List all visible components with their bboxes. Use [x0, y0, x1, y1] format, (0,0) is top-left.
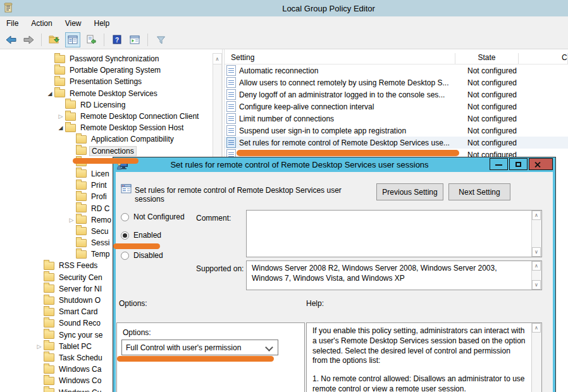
supported-scrollbar[interactable]: ∧ ∨: [531, 261, 541, 290]
folder-icon: [54, 55, 65, 63]
setting-row[interactable]: Suspend user sign-in to complete app reg…: [225, 125, 568, 137]
toolbar: ?: [0, 30, 568, 49]
help-panel[interactable]: If you enable this policy setting, admin…: [306, 322, 542, 392]
scroll-up-icon[interactable]: ∧: [532, 261, 541, 271]
setting-row[interactable]: Automatic reconnectionNot configured: [225, 64, 568, 77]
list-header: Setting State Comment: [225, 53, 568, 64]
tree-item-connections-selected[interactable]: Connections: [0, 145, 223, 157]
column-header-comment[interactable]: Comment: [519, 53, 568, 64]
window-titlebar: Local Group Policy Editor: [0, 0, 568, 16]
folder-export-icon[interactable]: [47, 33, 61, 47]
folder-icon: [44, 319, 54, 328]
folder-icon: [44, 331, 54, 339]
tree-item[interactable]: Remote Desktop Session Host: [0, 122, 223, 133]
tree-item[interactable]: Remote Desktop Services: [0, 88, 223, 99]
highlight-marker-dropdown: [117, 356, 274, 362]
folder-icon: [44, 353, 54, 362]
folder-icon: [76, 181, 87, 190]
supported-on-label: Supported on:: [196, 264, 244, 273]
window-title: Local Group Policy Editor: [13, 4, 568, 13]
tree-item[interactable]: Remote Desktop Connection Client: [0, 111, 223, 122]
state-value: Not configured: [461, 102, 537, 111]
console-tree-icon[interactable]: [65, 32, 80, 47]
comment-scrollbar[interactable]: ∧ ∨: [531, 211, 541, 257]
folder-icon: [54, 89, 65, 97]
help-icon[interactable]: ?: [110, 33, 124, 47]
setting-row[interactable]: Limit number of connectionsNot configure…: [225, 113, 568, 125]
scroll-down-icon[interactable]: ∨: [532, 280, 541, 290]
policy-setting-icon: [121, 184, 132, 193]
folder-icon: [76, 147, 87, 155]
radio-disabled[interactable]: Disabled: [121, 251, 163, 260]
svg-text:?: ?: [115, 37, 119, 44]
tree-item[interactable]: Portable Operating System: [0, 64, 223, 76]
folder-icon: [44, 285, 54, 293]
setting-row[interactable]: Configure keep-alive connection interval…: [225, 101, 568, 113]
setting-row[interactable]: Allow users to connect remotely by using…: [225, 77, 568, 89]
policy-doc-icon: [227, 138, 235, 147]
chevron-down-icon: [265, 343, 273, 352]
back-icon[interactable]: [4, 33, 18, 47]
supported-on-value: Windows Server 2008 R2, Windows Server 2…: [247, 261, 529, 286]
dialog-titlebar: Set rules for remote control of Remote D…: [116, 157, 553, 172]
state-value: Not configured: [461, 78, 537, 87]
maximize-button[interactable]: [509, 158, 528, 170]
tree-item[interactable]: RD Licensing: [0, 99, 223, 111]
expand-closed-icon[interactable]: [67, 217, 76, 223]
menu-action[interactable]: Action: [25, 16, 58, 30]
filter-icon[interactable]: [154, 33, 168, 47]
previous-setting-button[interactable]: Previous Setting: [376, 183, 443, 200]
maximize-icon: [516, 162, 521, 167]
folder-icon: [76, 193, 87, 201]
policy-doc-icon: [227, 66, 235, 75]
policy-title: Set rules for remote control of Remote D…: [135, 186, 369, 204]
options-group-label: Options:: [123, 328, 151, 337]
export-list-icon[interactable]: [84, 33, 98, 47]
scroll-up-icon[interactable]: ∧: [532, 323, 541, 333]
help-scrollbar[interactable]: ∧: [531, 323, 541, 392]
folder-icon: [65, 113, 76, 121]
toolbar-separator: [104, 34, 104, 46]
highlight-marker-setting-row: [237, 150, 459, 156]
state-value: Not configured: [461, 90, 537, 99]
radio-icon: [121, 213, 129, 221]
policy-doc-icon: [227, 102, 235, 111]
folder-icon: [44, 342, 54, 350]
menu-help[interactable]: Help: [88, 16, 116, 30]
menu-view[interactable]: View: [59, 16, 88, 30]
close-button[interactable]: [529, 158, 553, 170]
folder-icon: [44, 308, 54, 316]
tree-item[interactable]: Application Compatibility: [0, 133, 223, 145]
radio-enabled[interactable]: Enabled: [121, 231, 161, 240]
tree-item[interactable]: Presentation Settings: [0, 76, 223, 87]
minimize-button[interactable]: [490, 158, 508, 170]
folder-icon: [44, 262, 54, 270]
next-setting-button[interactable]: Next Setting: [448, 183, 510, 200]
expand-open-icon[interactable]: [46, 90, 54, 97]
tree-item[interactable]: Password Synchronization: [0, 53, 223, 64]
column-header-state[interactable]: State: [455, 53, 519, 64]
setting-row-selected[interactable]: Set rules for remote control of Remote D…: [225, 137, 568, 149]
control-level-dropdown[interactable]: Full Control with user's permission: [121, 340, 278, 355]
forward-icon[interactable]: [22, 33, 35, 47]
expand-closed-icon[interactable]: [56, 113, 65, 119]
scroll-up-icon[interactable]: ∧: [532, 211, 541, 220]
expand-closed-icon[interactable]: [35, 343, 44, 350]
scroll-down-icon[interactable]: ∨: [532, 247, 541, 257]
help-paragraph: 1. No remote control allowed: Disallows …: [312, 374, 528, 392]
folder-icon: [44, 388, 54, 392]
radio-not-configured[interactable]: Not Configured: [121, 212, 185, 221]
expand-open-icon[interactable]: [56, 125, 65, 131]
supported-on-field[interactable]: Windows Server 2008 R2, Windows Server 2…: [246, 260, 542, 290]
setting-row[interactable]: Deny logoff of an administrator logged i…: [225, 89, 568, 101]
folder-icon: [65, 101, 76, 109]
state-value: Not configured: [461, 126, 537, 135]
help-paragraph: If you enable this policy setting, admin…: [312, 326, 528, 366]
scroll-up-icon[interactable]: ∧: [213, 54, 221, 64]
menu-file[interactable]: File: [0, 16, 25, 30]
column-header-setting[interactable]: Setting: [225, 53, 455, 64]
folder-icon: [65, 124, 76, 132]
action-pane-icon[interactable]: [128, 33, 142, 47]
comment-field[interactable]: ∧ ∨: [246, 210, 542, 257]
folder-icon: [76, 250, 87, 259]
